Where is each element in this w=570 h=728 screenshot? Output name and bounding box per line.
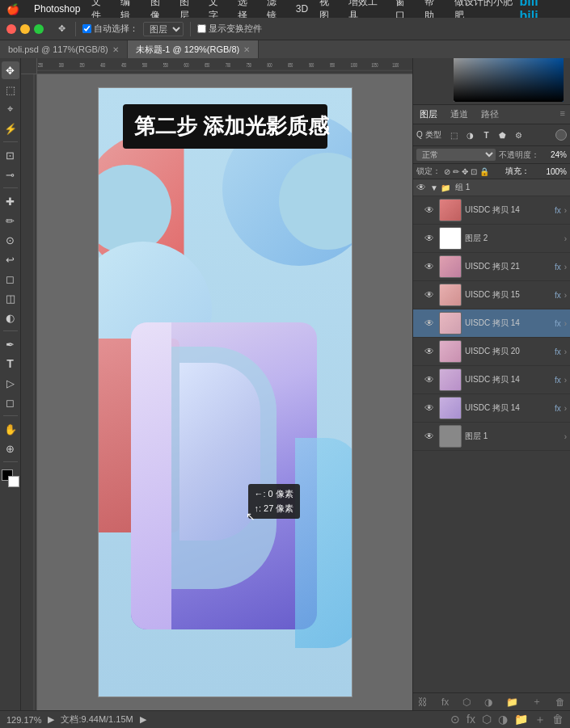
- toolbar-separator-1: [75, 22, 76, 36]
- shape-tool[interactable]: ◻: [2, 393, 19, 411]
- layer-thumb-2: [439, 255, 462, 278]
- cursor: ↖: [246, 510, 252, 516]
- layer-row-4[interactable]: 👁 UISDC 拷贝 14 fx ›: [413, 309, 570, 338]
- layers-panel-menu[interactable]: ≡: [555, 105, 570, 124]
- layer-chevron-5: ›: [564, 347, 567, 356]
- auto-select-checkbox[interactable]: [82, 24, 91, 33]
- fill-value: 100%: [546, 167, 567, 176]
- layer-row[interactable]: 👁 UISDC 拷贝 14 fx ›: [413, 196, 570, 225]
- eraser-tool[interactable]: ◻: [2, 270, 19, 288]
- layer-row-3[interactable]: 👁 UISDC 拷贝 15 fx ›: [413, 281, 570, 309]
- layer-name-1: 图层 2: [465, 233, 561, 244]
- color-swatch[interactable]: [2, 469, 19, 487]
- tab-boli-close[interactable]: ✕: [112, 45, 119, 54]
- layer-name-5: UISDC 拷贝 20: [465, 346, 551, 357]
- eyedropper-tool[interactable]: ⊸: [2, 166, 19, 183]
- layer-eye-2[interactable]: 👁: [424, 261, 436, 272]
- maximize-window-button[interactable]: [34, 24, 44, 34]
- pen-tool[interactable]: ✒: [2, 335, 19, 353]
- layer-eye-1[interactable]: 👁: [424, 233, 436, 244]
- filter-shape-btn[interactable]: ⬟: [496, 128, 510, 142]
- add-mask-btn[interactable]: ⬡: [462, 696, 471, 708]
- layer-chevron-4: ›: [564, 319, 567, 328]
- layer-eye-8[interactable]: 👁: [424, 431, 436, 442]
- lock-transparent-icon[interactable]: ⊘: [444, 167, 450, 176]
- selection-tool[interactable]: ⬚: [2, 81, 19, 99]
- filter-smart-btn[interactable]: ⚙: [512, 128, 526, 142]
- filter-toggle[interactable]: [555, 129, 567, 141]
- menu-photoshop[interactable]: Photoshop: [34, 3, 80, 15]
- layer-eye-7[interactable]: 👁: [424, 402, 436, 414]
- layers-list: 👁 ▼ 📁 组 1 👁 UISDC 拷贝 14 fx › 👁 图层 2 ›: [413, 179, 570, 692]
- tab-boli[interactable]: boli.psd @ 117%(RGB/8) ✕: [0, 40, 128, 58]
- tab-layers[interactable]: 图层: [413, 105, 444, 124]
- lock-artboard-icon[interactable]: ⊡: [471, 167, 477, 176]
- layer-row-7[interactable]: 👁 UISDC 拷贝 14 fx ›: [413, 394, 570, 423]
- new-layer-btn[interactable]: ＋: [532, 695, 542, 709]
- menu-3d[interactable]: 3D: [296, 3, 308, 15]
- tab-channels[interactable]: 通道: [444, 105, 475, 124]
- brush-tool[interactable]: ✏: [2, 212, 19, 229]
- layer-eye-3[interactable]: 👁: [424, 289, 436, 301]
- ps-canvas[interactable]: 第二步 添加光影质感 ←: 0 像素 ↑: 27 像素 ↖: [37, 74, 412, 710]
- design-preview: 第二步 添加光影质感 ←: 0 像素 ↑: 27 像素 ↖: [98, 87, 353, 697]
- blend-mode-select[interactable]: 正常: [416, 149, 496, 161]
- layer-row-8[interactable]: 👁 图层 1 ›: [413, 423, 570, 451]
- file-info: 文档:9.44M/1.15M: [61, 713, 133, 726]
- layer-row-5[interactable]: 👁 UISDC 拷贝 20 fx ›: [413, 338, 570, 366]
- tab-untitled[interactable]: 未标题-1 @ 129%(RGB/8) ✕: [128, 40, 260, 58]
- svg-text:800: 800: [268, 62, 272, 68]
- filter-adjustment-btn[interactable]: ◑: [463, 128, 478, 142]
- heal-tool[interactable]: ✚: [2, 192, 19, 210]
- crop-tool[interactable]: ⊡: [2, 146, 19, 164]
- dodge-tool[interactable]: ◐: [2, 309, 19, 326]
- background-color[interactable]: [8, 476, 19, 487]
- show-transform-checkbox[interactable]: [197, 24, 206, 33]
- lock-position-icon[interactable]: ✥: [462, 167, 468, 176]
- stamp-tool[interactable]: ⊙: [2, 231, 19, 249]
- svg-text:600: 600: [184, 62, 188, 68]
- tab-paths[interactable]: 路径: [475, 105, 505, 124]
- lock-all-icon[interactable]: 🔒: [479, 167, 489, 176]
- layer-eye-0[interactable]: 👁: [424, 204, 436, 216]
- type-tool[interactable]: T: [2, 355, 19, 372]
- layer-eye-4[interactable]: 👁: [424, 318, 436, 329]
- link-layers-btn[interactable]: ⛓: [418, 696, 428, 708]
- layer-fx-7: fx: [555, 404, 561, 413]
- new-group-btn[interactable]: 📁: [506, 696, 518, 708]
- more-info: ▶: [140, 714, 146, 725]
- filter-type-btn[interactable]: T: [479, 128, 494, 142]
- close-window-button[interactable]: [6, 24, 16, 34]
- path-tool[interactable]: ▷: [2, 374, 19, 392]
- filter-pixel-btn[interactable]: ⬚: [447, 128, 462, 142]
- layer-row-2[interactable]: 👁 UISDC 拷贝 21 fx ›: [413, 253, 570, 281]
- zoom-tool[interactable]: ⊕: [2, 440, 19, 457]
- gradient-tool[interactable]: ◫: [2, 289, 19, 307]
- tool-separator-2: [3, 187, 18, 188]
- add-fx-btn[interactable]: fx: [441, 696, 449, 708]
- lasso-tool[interactable]: ⌖: [2, 100, 19, 118]
- apple-icon[interactable]: 🍎: [6, 3, 19, 15]
- new-adjustment-btn[interactable]: ◑: [484, 696, 492, 708]
- move-tool-indicator[interactable]: ✥: [55, 22, 69, 36]
- layer-row-1[interactable]: 👁 图层 2 ›: [413, 225, 570, 253]
- ruler-left: [21, 74, 37, 710]
- delete-layer-btn[interactable]: 🗑: [555, 696, 565, 708]
- layer-name-8: 图层 1: [465, 431, 561, 442]
- magic-wand-tool[interactable]: ⚡: [2, 120, 19, 137]
- lock-pixels-icon[interactable]: ✏: [453, 167, 459, 176]
- layer-eye-5[interactable]: 👁: [424, 346, 436, 357]
- tab-untitled-label: 未标题-1 @ 129%(RGB/8): [136, 44, 240, 56]
- layer-type-select[interactable]: 图层: [143, 22, 184, 36]
- layer-row-6[interactable]: 👁 UISDC 拷贝 14 fx ›: [413, 366, 570, 394]
- move-tool[interactable]: ✥: [2, 61, 19, 79]
- group-eye-icon[interactable]: 👁: [416, 182, 428, 193]
- tab-untitled-close[interactable]: ✕: [243, 45, 250, 54]
- layer-eye-6[interactable]: 👁: [424, 374, 436, 385]
- history-brush-tool[interactable]: ↩: [2, 250, 19, 268]
- minimize-window-button[interactable]: [20, 24, 30, 34]
- hand-tool[interactable]: ✋: [2, 420, 19, 438]
- svg-text:300: 300: [59, 62, 64, 68]
- lock-label: 锁定：: [416, 166, 441, 177]
- layer-group-header[interactable]: 👁 ▼ 📁 组 1: [413, 179, 570, 196]
